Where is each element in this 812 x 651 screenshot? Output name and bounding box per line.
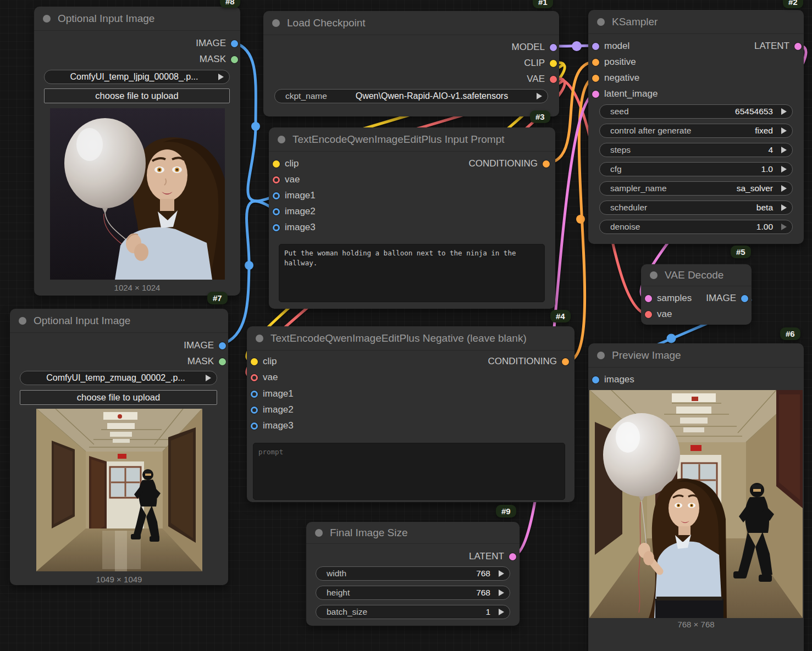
ksampler-node[interactable]: KSampler model positive negative latent_… bbox=[588, 10, 804, 244]
optional-input-image-node-8[interactable]: Optional Input Image IMAGE MASK ComfyUI_… bbox=[34, 7, 240, 296]
latent-output-slot[interactable] bbox=[509, 553, 516, 560]
clip-input-slot[interactable] bbox=[251, 358, 258, 365]
node-graph-canvas[interactable]: #8 Optional Input Image IMAGE MASK Comfy… bbox=[0, 0, 812, 651]
mask-output-slot[interactable] bbox=[219, 358, 226, 365]
increment-arrow-icon[interactable] bbox=[781, 108, 787, 115]
increment-arrow-icon[interactable] bbox=[499, 589, 504, 596]
increment-arrow-icon[interactable] bbox=[499, 570, 504, 577]
image1-input-slot[interactable] bbox=[251, 391, 258, 398]
choose-file-button[interactable]: choose file to upload bbox=[44, 88, 230, 103]
increment-arrow-icon[interactable] bbox=[781, 204, 787, 211]
widget-value: beta bbox=[756, 203, 773, 213]
image3-input-slot[interactable] bbox=[251, 422, 258, 430]
input-slot-row: latent_image bbox=[592, 87, 658, 101]
collapse-dot[interactable] bbox=[650, 271, 658, 279]
image-file-combo[interactable]: ComfyUI_temp_zmuag_00002_.p... bbox=[20, 371, 217, 385]
optional-input-image-node-7[interactable]: Optional Input Image IMAGE MASK ComfyUI_… bbox=[10, 309, 228, 585]
positive-input-slot[interactable] bbox=[592, 59, 599, 66]
increment-arrow-icon[interactable] bbox=[781, 147, 787, 153]
ckpt-name-combo[interactable]: ckpt_name Qwen\Qwen-Rapid-AIO-v1.safeten… bbox=[274, 89, 548, 103]
image-output-slot[interactable] bbox=[741, 295, 748, 302]
cfg-widget[interactable]: cfg 1.0 bbox=[599, 162, 793, 176]
clip-output-slot[interactable] bbox=[550, 60, 557, 67]
image2-input-slot[interactable] bbox=[251, 407, 258, 414]
batch-size-widget[interactable]: batch_size 1 bbox=[316, 605, 510, 619]
text-encode-negative-node[interactable]: TextEncodeQwenImageEditPlus Negative (le… bbox=[247, 326, 575, 502]
vae-output-slot[interactable] bbox=[550, 76, 557, 83]
increment-arrow-icon[interactable] bbox=[781, 166, 787, 173]
preview-image-node[interactable]: Preview Image images bbox=[588, 343, 804, 651]
vae-input-slot[interactable] bbox=[251, 374, 258, 381]
model-output-slot[interactable] bbox=[550, 44, 557, 51]
load-checkpoint-node[interactable]: Load Checkpoint MODEL CLIP VAE ckpt_name… bbox=[263, 11, 559, 116]
vae-input-slot[interactable] bbox=[273, 176, 280, 183]
widget-label: width bbox=[327, 569, 346, 578]
sampler-name-widget[interactable]: sampler_name sa_solver bbox=[599, 181, 793, 196]
height-widget[interactable]: height 768 bbox=[316, 586, 510, 600]
text-encode-input-prompt-node[interactable]: TextEncodeQwenImageEditPlus Input Prompt… bbox=[269, 127, 555, 309]
image1-input-slot[interactable] bbox=[273, 192, 280, 199]
slot-label: images bbox=[604, 374, 634, 385]
input-slot-row: image3 bbox=[273, 220, 316, 235]
final-image-size-node[interactable]: Final Image Size LATENT width 768 height… bbox=[306, 522, 520, 626]
node-header[interactable]: VAE Decode bbox=[641, 264, 752, 286]
input-slot-row: vae bbox=[251, 370, 278, 385]
samples-input-slot[interactable] bbox=[645, 295, 652, 302]
slot-label: image3 bbox=[285, 222, 316, 233]
scheduler-widget[interactable]: scheduler beta bbox=[599, 201, 793, 215]
clip-input-slot[interactable] bbox=[273, 160, 280, 168]
mask-output-slot[interactable] bbox=[231, 56, 238, 63]
vae-decode-node[interactable]: VAE Decode samples vae IMAGE bbox=[641, 264, 752, 325]
image-size-caption: 768 × 768 bbox=[588, 620, 804, 629]
next-arrow-icon[interactable] bbox=[537, 93, 542, 99]
negative-prompt-textarea[interactable] bbox=[253, 443, 565, 500]
collapse-dot[interactable] bbox=[278, 136, 285, 143]
next-arrow-icon[interactable] bbox=[206, 375, 211, 381]
collapse-dot[interactable] bbox=[19, 317, 26, 325]
latent-output-slot[interactable] bbox=[794, 43, 802, 50]
collapse-dot[interactable] bbox=[597, 18, 605, 26]
model-input-slot[interactable] bbox=[592, 43, 599, 50]
increment-arrow-icon[interactable] bbox=[781, 127, 787, 134]
node-header[interactable]: TextEncodeQwenImageEditPlus Input Prompt bbox=[269, 127, 555, 152]
image-output-slot[interactable] bbox=[231, 40, 238, 47]
collapse-dot[interactable] bbox=[315, 529, 323, 537]
image-output-slot[interactable] bbox=[219, 342, 226, 349]
vae-input-slot[interactable] bbox=[645, 311, 652, 318]
node-header[interactable]: Preview Image bbox=[588, 343, 804, 368]
node-header[interactable]: Optional Input Image bbox=[34, 7, 240, 31]
images-input-slot[interactable] bbox=[592, 376, 599, 383]
node-header[interactable]: Load Checkpoint bbox=[263, 11, 559, 35]
slot-label: vae bbox=[263, 372, 278, 383]
seed-widget[interactable]: seed 65454653 bbox=[599, 104, 793, 119]
collapse-dot[interactable] bbox=[272, 19, 280, 27]
increment-arrow-icon[interactable] bbox=[781, 185, 787, 192]
negative-input-slot[interactable] bbox=[592, 75, 599, 82]
node-header[interactable]: Optional Input Image bbox=[10, 309, 228, 333]
latent-image-input-slot[interactable] bbox=[592, 91, 599, 98]
width-widget[interactable]: width 768 bbox=[316, 566, 510, 581]
node-header[interactable]: TextEncodeQwenImageEditPlus Negative (le… bbox=[247, 326, 575, 350]
image3-input-slot[interactable] bbox=[273, 224, 280, 231]
slot-label: MASK bbox=[200, 54, 226, 65]
slot-label: clip bbox=[263, 356, 277, 367]
denoise-widget[interactable]: denoise 1.00 bbox=[599, 220, 793, 234]
node-header[interactable]: Final Image Size bbox=[306, 522, 520, 544]
increment-arrow-icon[interactable] bbox=[781, 224, 787, 230]
next-arrow-icon[interactable] bbox=[218, 74, 224, 80]
conditioning-output-slot[interactable] bbox=[543, 160, 550, 168]
choose-file-button[interactable]: choose file to upload bbox=[20, 390, 217, 405]
prompt-textarea[interactable]: Put the woman holding a balloon next to … bbox=[279, 244, 545, 302]
collapse-dot[interactable] bbox=[43, 15, 51, 23]
increment-arrow-icon[interactable] bbox=[499, 609, 504, 615]
steps-widget[interactable]: steps 4 bbox=[599, 143, 793, 157]
combo-value: ComfyUI_temp_zmuag_00002_.p... bbox=[31, 373, 201, 383]
image2-input-slot[interactable] bbox=[273, 208, 280, 215]
collapse-dot[interactable] bbox=[597, 352, 605, 359]
conditioning-output-slot[interactable] bbox=[562, 358, 569, 365]
control-after-generate-widget[interactable]: control after generate fixed bbox=[599, 124, 793, 138]
image-file-combo[interactable]: ComfyUI_temp_ljpig_00008_.p... bbox=[44, 70, 230, 84]
widget-label: height bbox=[327, 588, 350, 598]
collapse-dot[interactable] bbox=[256, 335, 263, 342]
node-header[interactable]: KSampler bbox=[588, 10, 804, 34]
